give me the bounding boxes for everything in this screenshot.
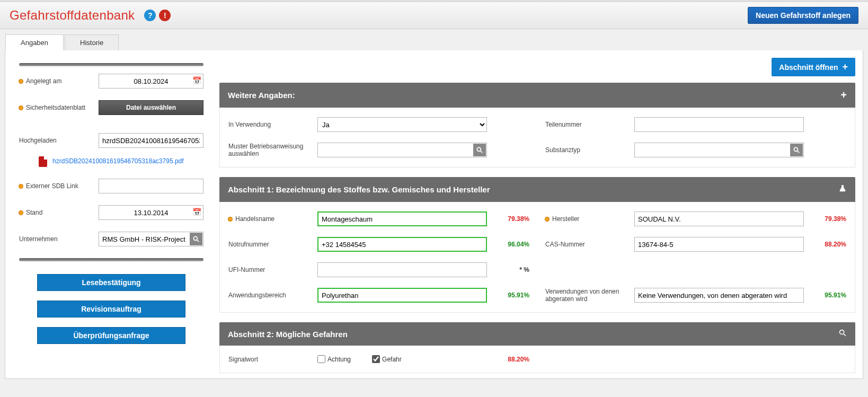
section-title: Weitere Angaben: [228,91,295,100]
required-dot-icon [19,211,23,215]
pdf-link[interactable]: hzrdSDB202410081619546705318ac3795.pdf [52,157,184,165]
anwend-pct: 95.91% [487,292,529,299]
expand-icon[interactable]: + [840,89,847,101]
section-title: Abschnitt 1: Bezeichnung des Stoffes bzw… [228,185,490,194]
verw-label: Verwendungen von denen abgeraten wird [545,288,634,303]
required-

required-dot-icon [545,217,549,221]
hersteller-label: Hersteller [552,215,579,223]
anwend-label: Anwendungsbereich [228,292,286,299]
check-request-button[interactable]: Überprüfungsanfrage [37,327,185,344]
in-use-select[interactable]: Ja [317,117,487,132]
ufi-pct: * % [487,266,529,274]
cas-input[interactable] [634,237,804,252]
tab-historie[interactable]: Historie [65,34,119,50]
open-section-label: Abschnitt öffnen [779,63,838,72]
cas-label: CAS-Nummer [545,241,585,248]
svg-point-2 [477,147,481,151]
open-section-button[interactable]: Abschnitt öffnen + [772,58,855,76]
ufi-input[interactable] [317,262,487,277]
uploaded-filename-input[interactable] [99,133,203,148]
achtung-checkbox-label[interactable]: Achtung [317,355,351,363]
in-use-label: In Verwendung [228,121,271,128]
stand-date-input[interactable] [99,205,203,220]
substtype-search-button[interactable] [790,144,803,156]
notruf-label: Notrufnummer [228,241,269,248]
new-gefahrstoff-button[interactable]: Neuen Gefahrstoff anlegen [748,7,858,24]
flask-icon [838,183,847,196]
main-content: Abschnitt öffnen + Weitere Angaben: + In… [219,56,857,373]
partno-label: Teilenummer [545,121,582,128]
anwend-input[interactable] [317,288,487,303]
calendar-icon[interactable]: 📅 [192,76,201,85]
company-search-button[interactable] [190,233,202,245]
handelsname-label: Handelsname [235,215,274,223]
cas-pct: 88.20% [804,241,846,248]
substtype-label: Substanztyp [545,146,580,154]
extlink-label: Externer SDB Link [26,182,78,190]
handelsname-input[interactable] [317,211,487,226]
verw-input[interactable] [634,288,804,303]
svg-line-5 [798,151,800,153]
section-header-more: Weitere Angaben: + [219,83,855,108]
partno-input[interactable] [634,117,804,132]
verw-pct: 95.91% [804,292,846,299]
stand-label: Stand [26,209,42,216]
read-confirm-button[interactable]: Lesebestätigung [37,274,185,291]
calendar-icon[interactable]: 📅 [192,207,201,217]
substtype-input[interactable] [634,143,804,157]
svg-line-1 [197,240,199,242]
file-select-button[interactable]: Datei auswählen [99,100,203,115]
gefahr-checkbox[interactable] [372,355,380,363]
svg-point-0 [193,236,197,240]
extlink-input[interactable] [99,179,203,193]
tab-bar: Angaben Historie [0,29,868,50]
signal-label: Signalwort [228,356,258,363]
section-title: Abschnitt 2: Mögliche Gefahren [228,330,348,339]
signal-pct: 88.20% [487,356,529,363]
magnify-icon[interactable] [838,329,847,339]
section-header-2: Abschnitt 2: Mögliche Gefahren [219,322,855,346]
app-title: Gefahrstoffdatenbank [10,8,135,23]
hersteller-pct: 79.38% [804,215,846,223]
uploaded-label: Hochgeladen [19,137,57,144]
required-dot-icon [19,106,23,110]
company-input[interactable] [99,232,203,246]
svg-point-4 [794,147,798,151]
company-label: Unternehmen [19,235,58,243]
handelsname-pct: 79.38% [487,215,529,223]
help-icon[interactable]: ? [144,10,156,21]
achtung-checkbox[interactable] [317,355,325,363]
required-dot-icon [19,184,23,188]
created-date-input[interactable] [99,74,203,89]
hersteller-input[interactable] [634,211,804,226]
pdf-icon [39,156,47,167]
gefahr-checkbox-label[interactable]: Gefahr [372,355,402,363]
muster-search-button[interactable] [473,144,486,156]
svg-line-7 [844,334,846,336]
plus-icon: + [842,61,848,73]
tab-angaben[interactable]: Angaben [5,34,64,50]
created-label: Angelegt am [26,77,61,85]
required-dot-icon [228,217,232,221]
sds-label: Sicherheitsdatenblatt [26,104,85,111]
divider [19,258,203,261]
sidebar: Angelegt am 📅 Sicherheitsdatenblatt Date… [11,56,212,373]
app-header: Gefahrstoffdatenbank ? ! Neuen Gefahrsto… [0,2,868,29]
muster-label: Muster Betriebsanweisung auswählen [228,143,317,157]
revision-button[interactable]: Revisionsauftrag [37,301,185,317]
notruf-input[interactable] [317,237,487,252]
svg-point-6 [840,330,844,334]
alert-icon[interactable]: ! [159,10,171,21]
divider [19,63,203,66]
svg-line-3 [481,151,483,153]
section-header-1: Abschnitt 1: Bezeichnung des Stoffes bzw… [219,177,855,202]
required-dot-icon [19,80,23,83]
ufi-label: UFI-Nummer [228,266,265,274]
muster-input[interactable] [317,143,487,157]
notruf-pct: 96.04% [487,241,529,248]
